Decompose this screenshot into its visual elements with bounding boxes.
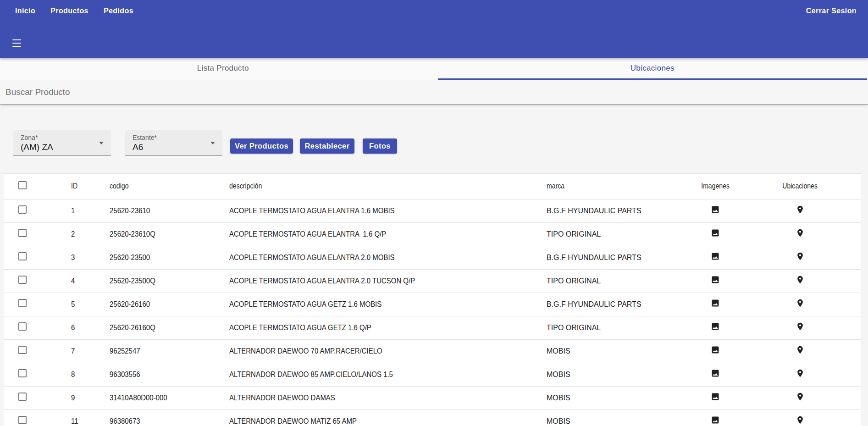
table-row: 4 25620-23500Q ACOPLE TERMOSTATO AGUA EL… (4, 269, 861, 293)
column-header-marca: marca (547, 182, 564, 190)
cell-descripcion: ACOPLE TERMOSTATO AGUA GETZ 1.6 MOBIS (229, 300, 381, 309)
cell-codigo: 31410A80D00-000 (110, 393, 167, 403)
column-header-ubicaciones: Ubicaciones (783, 182, 818, 190)
product-table-container: ID codigo descripción marca Imagenes Ubi… (4, 173, 861, 426)
cell-marca: TIPO ORIGINAL (547, 277, 601, 285)
column-header-imagenes: Imagenes (701, 182, 730, 190)
image-icon[interactable] (711, 275, 720, 284)
cell-id: 11 (71, 417, 78, 426)
cell-id: 8 (71, 370, 75, 379)
cell-id: 1 (71, 206, 75, 216)
row-checkbox[interactable] (18, 229, 27, 237)
restablecer-button[interactable]: Restablecer (300, 138, 354, 154)
row-checkbox[interactable] (18, 276, 27, 284)
image-icon[interactable] (711, 205, 720, 214)
table-row: 5 25620-26160 ACOPLE TERMOSTATO AGUA GET… (4, 293, 861, 316)
product-table-body: 1 25620-23610 ACOPLE TERMOSTATO AGUA ELA… (4, 199, 861, 426)
ver-productos-button[interactable]: Ver Productos (230, 138, 293, 154)
cell-id: 2 (71, 230, 75, 239)
table-row: 3 25620-23500 ACOPLE TERMOSTATO AGUA ELA… (4, 246, 861, 269)
search-input[interactable] (6, 80, 326, 104)
column-header-codigo: codigo (110, 182, 128, 190)
row-checkbox[interactable] (18, 252, 27, 260)
location-pin-icon[interactable] (796, 228, 805, 238)
location-pin-icon[interactable] (796, 205, 805, 214)
product-table: ID codigo descripción marca Imagenes Ubi… (4, 174, 861, 426)
cell-codigo: 96252547 (110, 347, 140, 356)
zona-select[interactable]: Zona* (AM) ZA (13, 130, 111, 156)
table-row: 11 96380673 ALTERNADOR DAEWOO MATIZ 65 A… (4, 409, 861, 426)
row-checkbox[interactable] (18, 322, 27, 331)
cell-descripcion: ACOPLE TERMOSTATO AGUA ELANTRA 2.0 MOBIS (229, 253, 395, 262)
fotos-button[interactable]: Fotos (363, 138, 397, 154)
image-icon[interactable] (711, 345, 720, 354)
image-icon[interactable] (711, 369, 720, 378)
cell-marca: B.G.F HYUNDAULIC PARTS (547, 254, 641, 261)
select-all-checkbox[interactable] (18, 181, 27, 189)
estante-select[interactable]: Estante* A6 (125, 130, 222, 156)
top-navbar: Inicio Productos Pedidos Cerrar Sesion (0, 0, 868, 58)
image-icon[interactable] (711, 392, 720, 401)
cell-codigo: 25620-23500Q (110, 277, 155, 286)
cell-codigo: 25620-26160 (110, 300, 150, 309)
row-checkbox[interactable] (18, 299, 27, 307)
nav-item-pedidos[interactable]: Pedidos (104, 7, 133, 15)
cell-codigo: 96303556 (110, 370, 140, 379)
row-checkbox[interactable] (18, 416, 27, 424)
row-checkbox[interactable] (18, 393, 27, 401)
nav-item-productos[interactable]: Productos (50, 7, 88, 15)
cell-marca: MOBIS (547, 371, 570, 378)
cell-descripcion: ALTERNADOR DAEWOO MATIZ 65 AMP (229, 417, 357, 426)
row-checkbox[interactable] (18, 346, 27, 354)
estante-select-label: Estante* (133, 134, 157, 141)
location-pin-icon[interactable] (796, 345, 805, 354)
cell-id: 6 (71, 323, 75, 332)
nav-menu: Inicio Productos Pedidos (15, 7, 133, 15)
nav-item-inicio[interactable]: Inicio (15, 7, 35, 15)
app-window: Inicio Productos Pedidos Cerrar Sesion L… (0, 0, 868, 426)
cell-codigo: 25620-23610 (110, 206, 150, 216)
cell-descripcion: ALTERNADOR DAEWOO DAMAS (229, 393, 335, 403)
image-icon[interactable] (711, 252, 720, 261)
cell-id: 4 (71, 277, 75, 286)
location-pin-icon[interactable] (796, 275, 805, 284)
location-pin-icon[interactable] (796, 299, 805, 308)
zona-select-value: (AM) ZA (21, 142, 53, 152)
location-pin-icon[interactable] (796, 392, 805, 401)
cell-codigo: 25620-23500 (110, 253, 150, 262)
cell-descripcion: ACOPLE TERMOSTATO AGUA ELANTRA 1.6 MOBIS (229, 206, 395, 216)
location-pin-icon[interactable] (796, 369, 805, 378)
image-icon[interactable] (711, 228, 720, 238)
estante-select-value: A6 (133, 142, 143, 152)
location-pin-icon[interactable] (796, 252, 805, 261)
row-checkbox[interactable] (18, 369, 27, 377)
hamburger-icon[interactable] (12, 39, 21, 47)
table-row: 7 96252547 ALTERNADOR DAEWOO 70 AMP.RACE… (4, 339, 861, 363)
cell-marca: TIPO ORIGINAL (547, 324, 601, 332)
tab-ubicaciones[interactable]: Ubicaciones (438, 58, 868, 80)
cell-id: 9 (71, 393, 75, 403)
cell-id: 3 (71, 253, 75, 262)
column-header-descripcion: descripción (229, 182, 262, 190)
zona-select-label: Zona* (21, 134, 38, 141)
image-icon[interactable] (711, 415, 720, 425)
image-icon[interactable] (711, 299, 720, 308)
image-icon[interactable] (711, 322, 720, 331)
chevron-down-icon (99, 142, 104, 144)
location-pin-icon[interactable] (796, 322, 805, 331)
cell-marca: MOBIS (547, 394, 570, 402)
chevron-down-icon (210, 142, 215, 144)
logout-button[interactable]: Cerrar Sesion (806, 7, 857, 15)
cell-descripcion: ACOPLE TERMOSTATO AGUA GETZ 1.6 Q/P (229, 323, 371, 332)
tab-lista-producto[interactable]: Lista Producto (8, 58, 438, 80)
cell-descripcion: ACOPLE TERMOSTATO AGUA ELANTRA 2.0 TUCSO… (229, 277, 415, 286)
cell-descripcion: ACOPLE TERMOSTATO AGUA ELANTRA 1.6 Q/P (229, 230, 386, 239)
cell-codigo: 25620-26160Q (110, 323, 155, 332)
search-section (0, 80, 868, 105)
cell-descripcion: ALTERNADOR DAEWOO 85 AMP.CIELO/LANOS 1.5 (229, 370, 393, 379)
table-row: 9 31410A80D00-000 ALTERNADOR DAEWOO DAMA… (4, 386, 861, 409)
cell-marca: B.G.F HYUNDAULIC PARTS (547, 300, 641, 308)
location-pin-icon[interactable] (796, 415, 805, 425)
row-checkbox[interactable] (18, 205, 27, 214)
cell-marca: TIPO ORIGINAL (547, 230, 601, 238)
